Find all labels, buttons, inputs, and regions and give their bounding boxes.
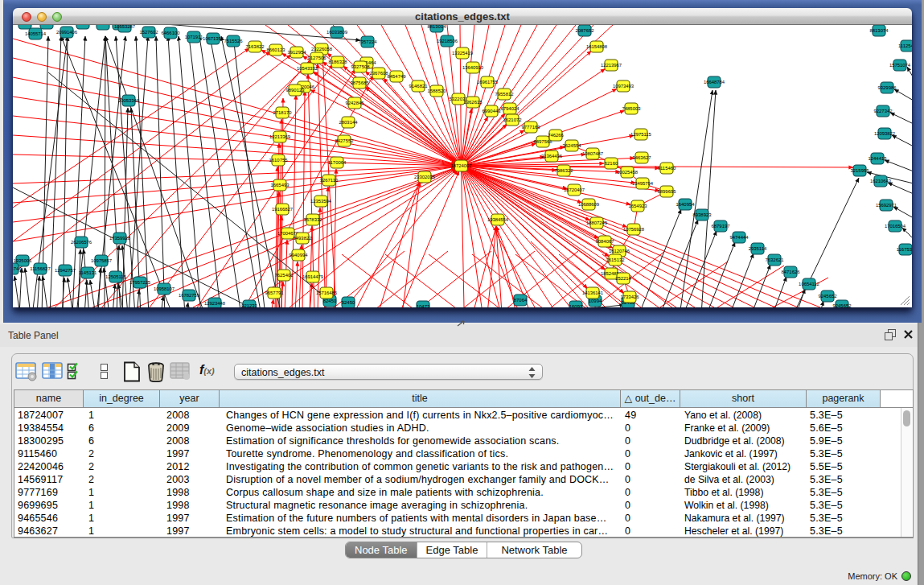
svg-text:1112543: 1112543: [898, 43, 912, 48]
svg-text:746266: 746266: [548, 133, 564, 138]
svg-text:10543332: 10543332: [297, 66, 318, 71]
svg-text:9245652: 9245652: [819, 294, 837, 299]
svg-text:62160: 62160: [605, 161, 618, 166]
svg-text:16154808: 16154808: [586, 44, 608, 49]
svg-text:1640954: 1640954: [676, 202, 696, 207]
svg-text:1654923: 1654923: [629, 204, 648, 208]
svg-text:7515526: 7515526: [224, 39, 244, 43]
svg-text:19166827: 19166827: [272, 207, 293, 212]
svg-text:6899695: 6899695: [658, 189, 677, 194]
svg-text:1615132: 1615132: [606, 257, 625, 262]
svg-text:10025458: 10025458: [617, 170, 639, 175]
svg-text:2718170: 2718170: [273, 110, 293, 115]
svg-text:10654112: 10654112: [799, 282, 819, 286]
svg-text:9890123: 9890123: [286, 88, 306, 93]
svg-text:1170064: 1170064: [328, 160, 347, 165]
svg-text:9463627: 9463627: [633, 155, 651, 160]
svg-text:18807249: 18807249: [586, 220, 607, 225]
svg-text:10958107: 10958107: [154, 286, 175, 291]
svg-text:1935001: 1935001: [14, 258, 32, 263]
svg-text:6794024: 6794024: [501, 106, 520, 111]
svg-text:87064: 87064: [514, 298, 528, 303]
svg-text:1733426: 1733426: [621, 295, 640, 299]
svg-text:26206576: 26206576: [71, 240, 92, 245]
svg-text:7625402: 7625402: [275, 273, 294, 278]
svg-text:8813074: 8813074: [870, 28, 889, 33]
svg-text:13495794: 13495794: [632, 181, 654, 186]
svg-text:10688609: 10688609: [578, 202, 599, 207]
svg-text:1244415: 1244415: [869, 156, 888, 161]
svg-text:8660123: 8660123: [267, 47, 286, 52]
svg-text:19384554: 19384554: [487, 217, 509, 222]
svg-text:9657791: 9657791: [265, 290, 284, 295]
svg-text:16092: 16092: [569, 304, 582, 307]
svg-text:10553287: 10553287: [114, 25, 135, 29]
svg-text:21364436: 21364436: [541, 154, 563, 159]
svg-text:10807487: 10807487: [582, 151, 603, 156]
svg-text:12942757: 12942757: [55, 268, 76, 273]
svg-text:3624554: 3624554: [563, 143, 582, 148]
svg-text:10975857: 10975857: [91, 258, 112, 263]
svg-text:17359928: 17359928: [109, 236, 131, 241]
svg-text:82450: 82450: [323, 299, 337, 303]
svg-text:3215955: 3215955: [851, 168, 870, 173]
svg-text:1362615: 1362615: [464, 100, 483, 105]
svg-text:1167533: 1167533: [897, 247, 912, 252]
svg-text:9474444: 9474444: [730, 235, 749, 240]
svg-text:9245652: 9245652: [833, 303, 852, 307]
svg-text:10473: 10473: [417, 304, 430, 307]
svg-text:7357224: 7357224: [359, 39, 378, 44]
svg-text:9242845: 9242845: [346, 101, 365, 105]
svg-text:2087652: 2087652: [576, 28, 594, 33]
svg-text:16782759: 16782759: [179, 293, 199, 298]
svg-text:16033809: 16033809: [326, 30, 347, 35]
svg-text:8427552: 8427552: [335, 138, 354, 143]
svg-text:6990443: 6990443: [483, 109, 502, 113]
svg-text:15692971: 15692971: [876, 203, 897, 208]
svg-text:17016504: 17016504: [885, 224, 906, 229]
svg-text:3578332: 3578332: [304, 217, 322, 222]
svg-text:92450: 92450: [342, 300, 355, 305]
svg-text:12975115: 12975115: [630, 132, 651, 137]
svg-text:6466100: 6466100: [162, 31, 181, 35]
svg-text:3267110: 3267110: [320, 178, 339, 183]
svg-text:921233: 921233: [241, 303, 257, 307]
svg-text:12505115: 12505115: [105, 274, 126, 279]
svg-text:1665493: 1665493: [271, 183, 290, 187]
svg-text:7955812: 7955812: [495, 92, 514, 97]
svg-text:10973493: 10973493: [613, 84, 634, 89]
svg-text:9084067: 9084067: [596, 239, 614, 244]
svg-text:9227342: 9227342: [874, 109, 893, 113]
svg-text:2367608: 2367608: [370, 71, 389, 76]
svg-text:9146821: 9146821: [409, 84, 428, 89]
svg-text:1588520: 1588520: [428, 89, 447, 93]
svg-text:9940994: 9940994: [290, 253, 309, 257]
svg-text:8186328: 8186328: [329, 60, 348, 64]
svg-text:13640910: 13640910: [462, 65, 484, 70]
svg-text:20991406: 20991406: [56, 30, 78, 35]
svg-text:9777169: 9777169: [522, 125, 540, 130]
svg-text:15716485: 15716485: [316, 290, 338, 295]
svg-text:9327508: 9327508: [351, 64, 371, 69]
svg-text:9329986: 9329986: [878, 85, 897, 90]
svg-text:15720407: 15720407: [564, 187, 585, 192]
svg-text:12213369: 12213369: [269, 134, 290, 139]
svg-text:10756928: 10756928: [623, 227, 645, 232]
svg-text:23302035: 23302035: [414, 175, 436, 179]
svg-text:12213967: 12213967: [601, 63, 622, 68]
svg-text:8454749: 8454749: [388, 74, 406, 79]
svg-text:18724007: 18724007: [450, 163, 471, 168]
svg-text:252214: 252214: [615, 276, 631, 281]
svg-text:9115460: 9115460: [658, 166, 676, 171]
svg-text:6879197: 6879197: [712, 224, 730, 229]
svg-text:16648784: 16648784: [704, 80, 725, 84]
svg-text:16120746: 16120746: [609, 249, 630, 253]
svg-text:12353594: 12353594: [310, 199, 332, 204]
svg-text:23226058: 23226058: [311, 47, 333, 51]
svg-text:1610755: 1610755: [269, 158, 289, 163]
svg-text:16210643: 16210643: [870, 179, 892, 183]
svg-text:14055714: 14055714: [25, 31, 47, 36]
svg-text:11156827: 11156827: [30, 266, 50, 271]
svg-text:12093822: 12093822: [874, 131, 895, 136]
svg-text:3875685: 3875685: [351, 80, 370, 85]
